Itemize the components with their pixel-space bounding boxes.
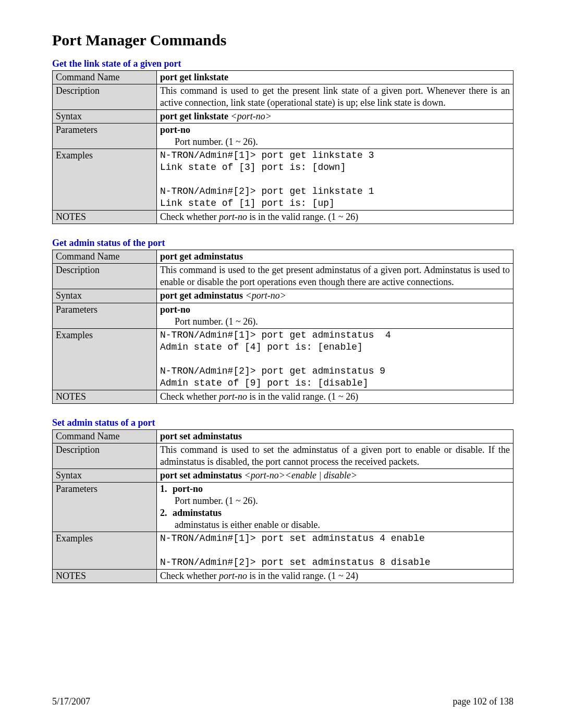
row-label: Parameters <box>53 124 157 149</box>
command-table-1: Command Name port get linkstate Descript… <box>52 70 513 224</box>
row-label: Examples <box>53 532 157 570</box>
syntax-value: port get linkstate <port-no> <box>157 110 513 124</box>
row-label: Description <box>53 84 157 110</box>
notes-post: is in the valid range. (1 ~ 26) <box>247 212 358 222</box>
examples-value: N-TRON/Admin#[1]> port get adminstatus 4… <box>157 328 513 390</box>
row-label: Syntax <box>53 289 157 303</box>
row-label: NOTES <box>53 390 157 403</box>
syntax-prefix: port set adminstatus <box>160 470 244 480</box>
footer-page: page 102 of 138 <box>453 696 513 707</box>
section-heading-2[interactable]: Get admin status of the port <box>52 238 513 249</box>
footer-date: 5/17/2007 <box>52 696 90 707</box>
param-term: port-no <box>173 484 203 494</box>
notes-pre: Check whether <box>160 391 219 402</box>
notes-em: port-no <box>219 212 247 222</box>
row-label: Syntax <box>53 110 157 124</box>
param-name: port-no <box>160 125 190 135</box>
notes-value: Check whether port-no is in the valid ra… <box>157 390 513 403</box>
notes-post: is in the valid range. (1 ~ 24) <box>247 571 358 581</box>
syntax-arg: <port-no> <box>230 111 271 121</box>
param-desc: adminstatus is either enable or disable. <box>160 519 510 531</box>
description-value: This command is used to set the adminsta… <box>157 443 513 468</box>
syntax-prefix: port get linkstate <box>160 111 230 121</box>
parameters-value: port-no Port number. (1 ~ 26). <box>157 303 513 328</box>
row-label: Examples <box>53 149 157 211</box>
syntax-value: port set adminstatus <port-no><enable | … <box>157 468 513 482</box>
syntax-value: port get adminstatus <port-no> <box>157 289 513 303</box>
syntax-arg: <port-no> <box>246 290 286 301</box>
row-label: Command Name <box>53 429 157 443</box>
notes-pre: Check whether <box>160 571 219 581</box>
row-label: NOTES <box>53 570 157 583</box>
command-name-value: port set adminstatus <box>157 429 513 443</box>
examples-value: N-TRON/Admin#[1]> port set adminstatus 4… <box>157 532 513 570</box>
row-label: Command Name <box>53 71 157 84</box>
command-table-2: Command Name port get adminstatus Descri… <box>52 250 513 403</box>
page-footer: 5/17/2007 page 102 of 138 <box>52 696 513 707</box>
notes-pre: Check whether <box>160 212 219 222</box>
description-value: This command is used to get the present … <box>157 84 513 110</box>
page-title: Port Manager Commands <box>52 31 513 49</box>
syntax-arg: <port-no><enable | disable> <box>244 470 358 480</box>
row-label: Description <box>53 443 157 468</box>
description-value: This command is used to the get present … <box>157 264 513 289</box>
param-desc: Port number. (1 ~ 26). <box>160 495 510 507</box>
command-table-3: Command Name port set adminstatus Descri… <box>52 429 513 583</box>
parameters-value: port-no Port number. (1 ~ 26). <box>157 124 513 149</box>
document-page: Port Manager Commands Get the link state… <box>0 0 563 728</box>
notes-em: port-no <box>219 391 247 402</box>
syntax-prefix: port get adminstatus <box>160 290 246 301</box>
row-label: Parameters <box>53 303 157 328</box>
section-heading-3[interactable]: Set admin status of a port <box>52 417 513 428</box>
notes-post: is in the valid range. (1 ~ 26) <box>247 391 358 402</box>
notes-value: Check whether port-no is in the valid ra… <box>157 570 513 583</box>
parameters-value: 1.port-no Port number. (1 ~ 26). 2.admin… <box>157 482 513 532</box>
row-label: Syntax <box>53 468 157 482</box>
param-term: adminstatus <box>173 508 222 518</box>
param-num: 2. <box>160 507 173 519</box>
examples-value: N-TRON/Admin#[1]> port get linkstate 3 L… <box>157 149 513 211</box>
row-label: NOTES <box>53 211 157 224</box>
notes-em: port-no <box>219 571 247 581</box>
param-desc: Port number. (1 ~ 26). <box>160 316 510 328</box>
param-num: 1. <box>160 483 173 495</box>
row-label: Description <box>53 264 157 289</box>
command-name-value: port get adminstatus <box>157 250 513 264</box>
command-name-value: port get linkstate <box>157 71 513 84</box>
param-name: port-no <box>160 304 190 315</box>
row-label: Examples <box>53 328 157 390</box>
param-desc: Port number. (1 ~ 26). <box>160 136 510 148</box>
notes-value: Check whether port-no is in the valid ra… <box>157 211 513 224</box>
section-heading-1[interactable]: Get the link state of a given port <box>52 58 513 69</box>
row-label: Parameters <box>53 482 157 532</box>
row-label: Command Name <box>53 250 157 264</box>
